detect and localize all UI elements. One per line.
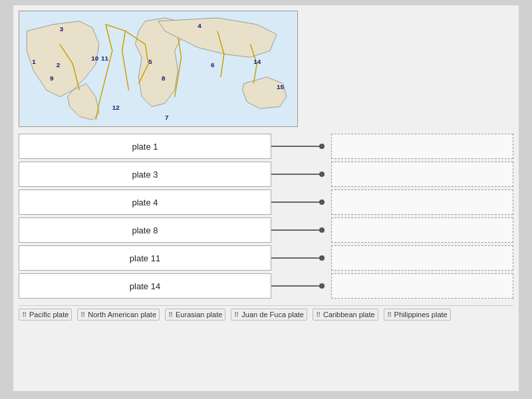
connector-line-0	[271, 146, 325, 147]
connector-dot-2	[319, 200, 325, 205]
connector-row-5	[271, 273, 331, 299]
option-5[interactable]: ⠿Philippines plate	[384, 309, 451, 321]
option-label-3: Juan de Fuca plate	[241, 311, 304, 319]
answer-box-3[interactable]	[331, 217, 513, 243]
svg-text:9: 9	[50, 74, 54, 82]
svg-text:1: 1	[32, 58, 36, 65]
matching-exercise: plate 1plate 3plate 4plate 8plate 11plat…	[19, 134, 513, 299]
svg-text:14: 14	[253, 58, 261, 65]
drag-icon-2: ⠿	[168, 311, 173, 319]
plate-label-plate-8: plate 8	[19, 217, 271, 243]
connector-dot-5	[319, 283, 325, 289]
left-column: plate 1plate 3plate 4plate 8plate 11plat…	[19, 134, 271, 299]
answer-box-4[interactable]	[331, 245, 513, 271]
option-4[interactable]: ⠿Caribbean plate	[313, 309, 378, 321]
plate-label-plate-11: plate 11	[19, 245, 271, 271]
connector-line-1	[271, 174, 325, 175]
svg-text:8: 8	[162, 74, 166, 82]
option-label-1: North American plate	[88, 311, 156, 319]
svg-text:11: 11	[101, 55, 108, 62]
option-1[interactable]: ⠿North American plate	[77, 309, 160, 321]
drag-icon-0: ⠿	[22, 311, 27, 319]
page-container: 1 2 3 4 5 6 7 8 9 10 11 12 14 15 plate 1…	[13, 5, 519, 391]
svg-text:2: 2	[57, 61, 61, 68]
plate-label-plate-4: plate 4	[19, 190, 271, 215]
svg-text:7: 7	[165, 114, 169, 121]
drag-icon-1: ⠿	[80, 311, 85, 319]
drag-icon-4: ⠿	[316, 311, 321, 319]
svg-text:10: 10	[91, 55, 98, 62]
connector-row-3	[271, 217, 331, 243]
connector-line-4	[271, 257, 325, 259]
right-column	[331, 134, 513, 299]
connector-dot-1	[319, 172, 325, 177]
option-label-4: Caribbean plate	[323, 311, 375, 319]
connector-row-4	[271, 245, 331, 271]
answer-box-0[interactable]	[331, 134, 513, 159]
connector-line-2	[271, 201, 325, 203]
svg-text:15: 15	[277, 83, 284, 90]
answer-box-5[interactable]	[331, 273, 513, 299]
drag-icon-3: ⠿	[234, 311, 239, 319]
option-label-0: Pacific plate	[29, 311, 68, 319]
option-0[interactable]: ⠿Pacific plate	[19, 309, 72, 321]
svg-text:6: 6	[211, 61, 215, 68]
options-bar: ⠿Pacific plate⠿North American plate⠿Eura…	[19, 305, 513, 323]
plate-label-plate-14: plate 14	[19, 273, 271, 299]
plate-label-plate-1: plate 1	[19, 134, 271, 159]
option-2[interactable]: ⠿Eurasian plate	[165, 309, 225, 321]
connector-dot-0	[319, 144, 325, 149]
connector-line-5	[271, 285, 325, 287]
option-3[interactable]: ⠿Juan de Fuca plate	[231, 309, 307, 321]
svg-text:12: 12	[112, 104, 120, 111]
answer-box-2[interactable]	[331, 190, 513, 215]
svg-text:4: 4	[198, 22, 201, 29]
option-label-5: Philippines plate	[394, 311, 448, 319]
plate-label-plate-3: plate 3	[19, 162, 271, 187]
option-label-2: Eurasian plate	[176, 311, 222, 319]
connector-area	[271, 134, 331, 299]
connector-dot-4	[319, 255, 325, 261]
drag-icon-5: ⠿	[387, 311, 392, 319]
world-map: 1 2 3 4 5 6 7 8 9 10 11 12 14 15	[19, 11, 298, 127]
svg-text:3: 3	[60, 25, 64, 33]
connector-row-2	[271, 190, 331, 215]
svg-text:5: 5	[148, 58, 152, 65]
connector-row-1	[271, 162, 331, 187]
connector-dot-3	[319, 227, 325, 233]
connector-line-3	[271, 229, 325, 231]
connector-row-0	[271, 134, 331, 159]
answer-box-1[interactable]	[331, 162, 513, 187]
